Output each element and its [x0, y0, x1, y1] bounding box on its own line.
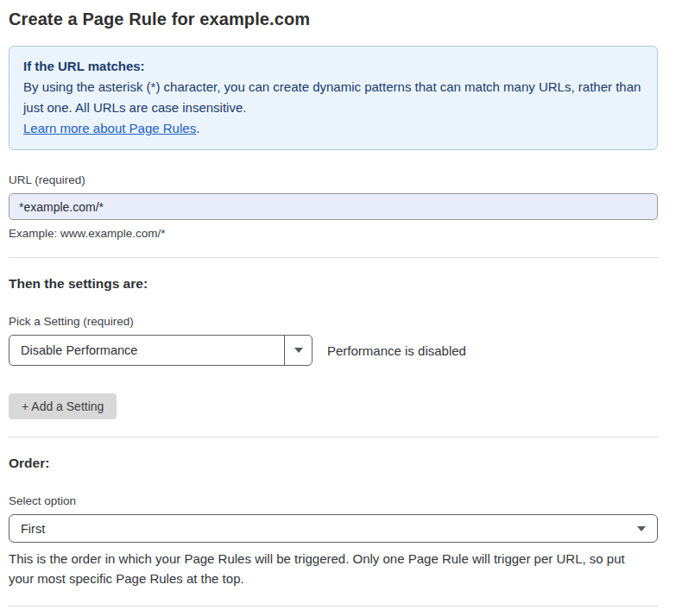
link-suffix: .	[196, 121, 199, 135]
learn-more-link[interactable]: Learn more about Page Rules	[23, 121, 196, 135]
setting-select[interactable]: Disable Performance	[9, 335, 313, 366]
divider	[9, 257, 658, 258]
url-input[interactable]	[9, 193, 658, 220]
order-helper-text: This is the order in which your Page Rul…	[9, 549, 652, 588]
url-field-label: URL (required)	[9, 173, 658, 186]
create-page-rule-form: Create a Page Rule for example.com If th…	[9, 0, 658, 616]
url-match-info-callout: If the URL matches: By using the asteris…	[9, 46, 658, 150]
order-select[interactable]: First	[9, 514, 658, 543]
add-setting-button[interactable]: + Add a Setting	[9, 393, 117, 419]
order-select-value: First	[21, 522, 45, 536]
settings-section-heading: Then the settings are:	[9, 276, 658, 292]
url-example-helper: Example: www.example.com/*	[9, 227, 658, 240]
order-select-label: Select option	[9, 494, 658, 507]
info-callout-link-line: Learn more about Page Rules.	[23, 118, 643, 139]
caret-down-icon	[294, 348, 303, 353]
divider	[9, 606, 658, 607]
setting-picker-row: Disable Performance Performance is disab…	[9, 335, 658, 366]
page-title: Create a Page Rule for example.com	[9, 9, 658, 29]
info-callout-body: By using the asterisk (*) character, you…	[23, 77, 643, 118]
divider	[9, 437, 658, 437]
setting-status-text: Performance is disabled	[327, 343, 466, 358]
pick-setting-label: Pick a Setting (required)	[9, 315, 658, 328]
setting-select-caret-button[interactable]	[284, 336, 312, 365]
setting-select-value: Disable Performance	[9, 336, 284, 365]
info-callout-heading: If the URL matches:	[23, 56, 643, 77]
caret-down-icon	[637, 526, 646, 531]
order-section-heading: Order:	[9, 456, 658, 471]
